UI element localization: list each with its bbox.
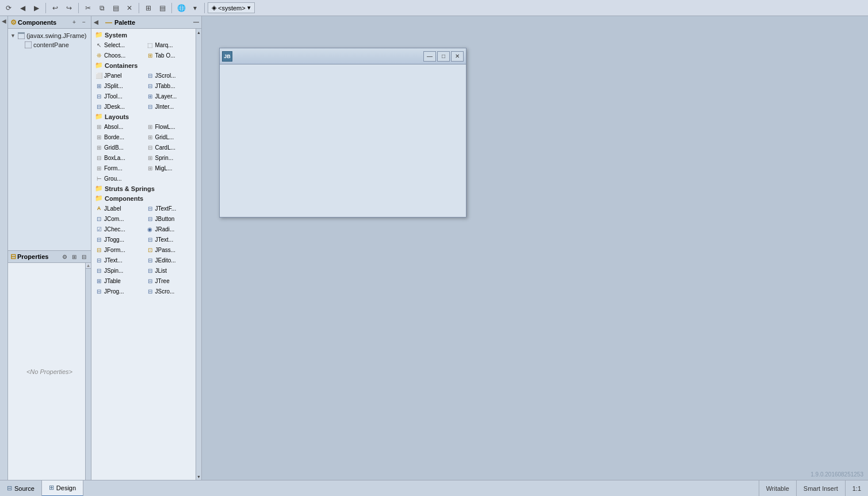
toolbar-btn-cut[interactable]: ✂ [82,2,94,14]
palette-title: Palette [114,19,135,26]
toolbar-btn-redo[interactable]: ↪ [63,2,75,14]
palette-item-gridb[interactable]: GridB... [93,142,144,152]
palette-item-jtext2[interactable]: JText... [144,234,195,245]
palette-item-jscro2[interactable]: JScro... [144,286,195,296]
palette-item-jdesk-label: JDesk... [104,104,125,110]
toolbar-btn-prev[interactable]: ◀ [16,2,29,14]
palette-item-jtextf[interactable]: JTextF... [144,203,195,213]
palette-section-system-icon: 📁 [95,31,103,39]
properties-scrollbar[interactable]: ▲ [85,263,91,480]
toolbar-btn-new[interactable]: ⊞ [142,2,155,14]
palette-section-struts[interactable]: 📁 Struts & Springs [91,184,196,193]
palette-item-migl[interactable]: MigL... [144,163,195,173]
components-add-btn[interactable]: + [70,18,79,27]
collapse-left-arrow[interactable]: ◀ [2,18,6,24]
palette-item-jchec[interactable]: JChec... [93,224,144,234]
palette-item-jtabb-label: JTabb... [155,83,175,89]
palette-item-cardl[interactable]: CardL... [144,142,195,152]
top-toolbar: ⟳ ◀ ▶ ↩ ↪ ✂ ⧉ ▤ ✕ ⊞ ▤ 🌐 ▾ ◈ <system> ▾ [0,0,868,16]
system-dropdown-icon: ▾ [247,4,251,12]
palette-item-jtext2-label: JText... [155,236,174,243]
palette-section-layouts[interactable]: 📁 Layouts [91,112,196,121]
palette-collapse-arrow[interactable]: ◀ [94,19,102,25]
palette-item-choose-label: Choos... [104,52,125,59]
toolbar-btn-copy[interactable]: ⧉ [95,2,108,14]
palette-item-flowl[interactable]: FlowL... [144,121,195,132]
palette-item-jsplit[interactable]: JSplit... [93,81,144,91]
palette-item-select[interactable]: Select... [93,40,144,50]
jframe-maximize-btn[interactable]: □ [437,51,450,62]
system-selector[interactable]: ◈ <system> ▾ [208,2,255,13]
toolbar-btn-paste[interactable]: ▤ [109,2,122,14]
palette-item-gridl[interactable]: GridL... [144,132,195,142]
palette-item-jchec-label: JChec... [104,226,125,232]
palette-item-jcom[interactable]: JCom... [93,213,144,224]
system-label: <system> [218,5,246,12]
palette-item-jbutton[interactable]: JButton [144,213,195,224]
properties-scroll-up-btn[interactable]: ▲ [86,263,91,269]
toolbar-btn-next[interactable]: ▶ [30,2,43,14]
palette-section-system[interactable]: 📁 System [91,30,196,40]
jcom-icon [95,215,103,223]
toolbar-btn-delete[interactable]: ✕ [123,2,136,14]
jtogg-icon [95,235,103,243]
palette-section-containers[interactable]: 📁 Containers [91,60,196,70]
palette-item-jprog[interactable]: JProg... [93,286,144,296]
palette-item-jtogg[interactable]: JTogg... [93,234,144,245]
toolbar-btn-undo[interactable]: ↩ [49,2,62,14]
properties-action-3[interactable]: ⊟ [79,252,89,261]
palette-item-jform[interactable]: JForm... [93,245,144,255]
jradi-icon [146,225,154,233]
palette-item-jedito[interactable]: JEdito... [144,255,195,265]
palette-item-jspin[interactable]: JSpin... [93,265,144,276]
palette-item-jscroll[interactable]: JScrol... [144,70,195,81]
palette-item-jlayer[interactable]: JLayer... [144,91,195,101]
jframe-minimize-btn[interactable]: — [423,51,436,62]
palette-item-jradi[interactable]: JRadi... [144,224,195,234]
palette-item-grou[interactable]: Grou... [93,173,144,184]
toolbar-btn-web-dropdown[interactable]: ▾ [189,2,201,14]
palette-item-absol[interactable]: Absol... [93,121,144,132]
palette-item-jdesk[interactable]: JDesk... [93,101,144,112]
palette-item-jinter[interactable]: JInter... [144,101,195,112]
toolbar-sep-1 [45,3,46,13]
palette-item-jtree[interactable]: JTree [144,276,195,286]
jsplit-icon [95,82,103,90]
palette-item-forml[interactable]: Form... [93,163,144,173]
tab-design[interactable]: ⊞ Design [42,480,83,497]
palette-item-jlabel-label: JLabel [104,205,121,212]
toolbar-btn-refresh[interactable]: ⟳ [2,2,15,14]
palette-item-boxla-label: BoxLa... [104,155,125,161]
components-remove-btn[interactable]: − [79,18,89,27]
palette-item-jtext3[interactable]: JText... [93,255,144,265]
gridb-icon [95,143,103,151]
jframe-close-btn[interactable]: ✕ [451,51,464,62]
palette-item-boxla[interactable]: BoxLa... [93,152,144,163]
palette-item-choose[interactable]: Choos... [93,50,144,60]
tree-item-jframe[interactable]: ▼ (javax.swing.JFrame) [8,31,91,40]
palette-item-jlist[interactable]: JList [144,265,195,276]
palette-item-taborder[interactable]: Tab O... [144,50,195,60]
palette-item-select-label: Select... [104,42,125,48]
palette-item-jpanel[interactable]: JPanel [93,70,144,81]
palette-item-jtool[interactable]: JTool... [93,91,144,101]
properties-action-2[interactable]: ⊞ [70,252,79,261]
palette-scroll-down-btn[interactable]: ▼ [196,473,202,480]
toolbar-sep-3 [139,3,139,13]
system-icon: ◈ [212,4,216,12]
palette-item-spring[interactable]: Sprin... [144,152,195,163]
palette-item-bordel[interactable]: Borde... [93,132,144,142]
tree-item-contentpane[interactable]: contentPane [8,40,91,49]
tab-source[interactable]: ⊟ Source [0,480,42,497]
palette-item-jtabb[interactable]: JTabb... [144,81,195,91]
palette-item-jtable[interactable]: JTable [93,276,144,286]
palette-item-jpass[interactable]: JPass... [144,245,195,255]
toolbar-btn-open[interactable]: ▤ [156,2,169,14]
toolbar-btn-web[interactable]: 🌐 [175,2,188,14]
palette-item-marquee[interactable]: Marq... [144,40,195,50]
components-tree: ▼ (javax.swing.JFrame) contentPane [8,29,91,250]
properties-action-1[interactable]: ⚙ [60,252,69,261]
palette-section-components[interactable]: 📁 Components [91,193,196,203]
palette-scroll-up-btn[interactable]: ▲ [196,29,202,36]
palette-item-jlabel[interactable]: JLabel [93,203,144,213]
